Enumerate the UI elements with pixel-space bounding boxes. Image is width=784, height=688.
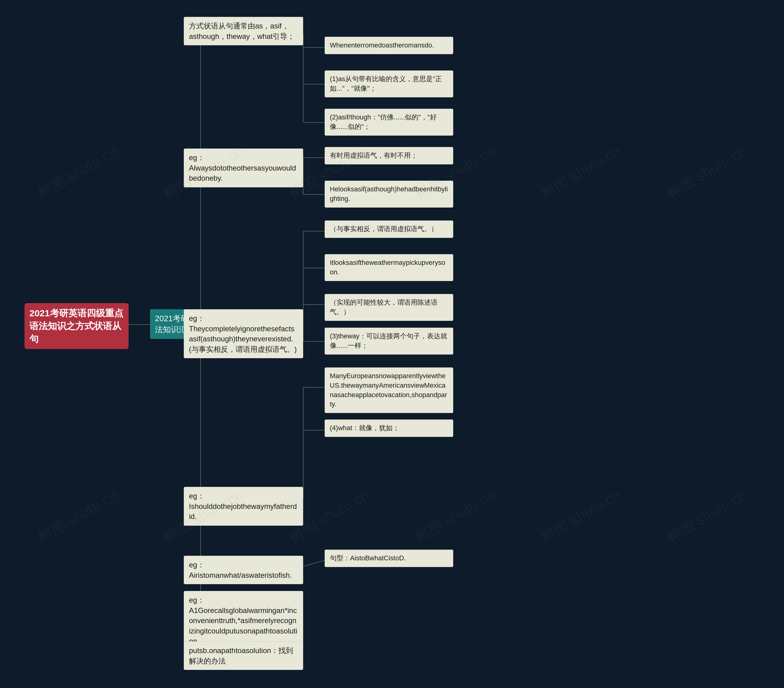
l3-node-6: （与事实相反，谓语用虚拟语气。） xyxy=(324,221,453,238)
root-node: 2021考研英语四级重点语法知识之方式状语从句 xyxy=(25,303,128,349)
l3-node-1: Whenenterromedoastheromansdo. xyxy=(324,37,453,54)
svg-line-36 xyxy=(303,560,324,566)
l2-node-1: 方式状语从句通常由as，asif，asthough，theway，what引导； xyxy=(184,17,303,45)
l2-node-5: eg：Airistomanwhat/aswateristofish. xyxy=(184,556,303,584)
l3-node-7: Itlooksasiftheweathermaypickupverysoon. xyxy=(324,254,453,281)
l3-node-2: (1)as从句带有比喻的含义，意思是"正如..."，"就像"； xyxy=(324,71,453,97)
l3-node-4: 有时用虚拟语气，有时不用； xyxy=(324,147,453,165)
l3-node-3: (2)asif/though："仿佛......似的"，"好像......似的"… xyxy=(324,109,453,136)
l3-node-5: Helooksasif(asthough)hehadbeenhitbylight… xyxy=(324,181,453,207)
mindmap-container: 2021考研英语四级重点语法知识之方式状语从句 2021考研英语四级重点语法知识… xyxy=(0,0,784,688)
l3-node-10: ManyEuropeansnowapparentlyviewtheUS.thew… xyxy=(324,367,453,413)
l3-node-9: (3)theway：可以连接两个句子，表达就像......一样； xyxy=(324,328,453,355)
l2-node-4: eg：Ishoulddothejobthewaymyfatherdid. xyxy=(184,487,303,526)
l3-node-11: (4)what：就像，犹如； xyxy=(324,420,453,437)
l3-node-8: （实现的可能性较大，谓语用陈述语气。） xyxy=(324,294,453,321)
l2-node-2: eg：Alwaysdototheothersasyouwouldbedoneby… xyxy=(184,148,303,188)
l2-node-7: putsb.onapathtoasolution：找到解决的办法 xyxy=(184,642,303,670)
l2-node-3: eg：Theycompletelyignorethesefactsasif(as… xyxy=(184,309,303,358)
l3-node-12: 句型：AistoBwhatCistoD. xyxy=(324,550,453,567)
